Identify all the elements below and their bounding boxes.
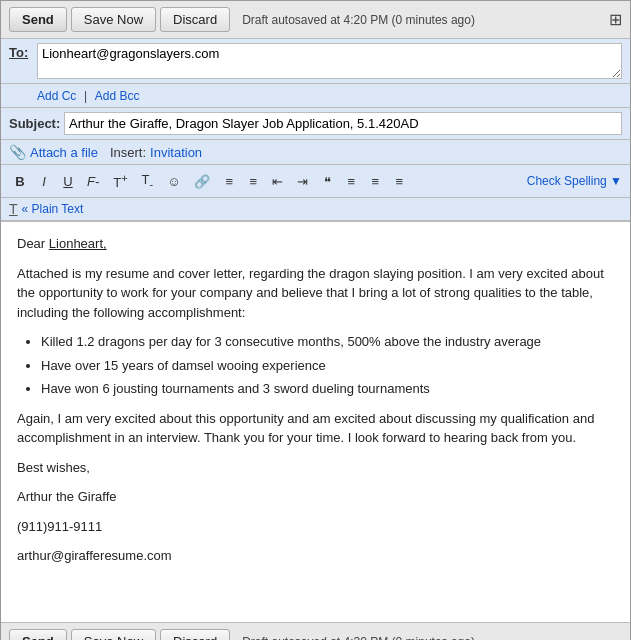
subject-input[interactable] [64, 112, 622, 135]
paperclip-icon: 📎 [9, 144, 26, 160]
cc-bcc-row: Add Cc | Add Bcc [1, 84, 630, 108]
list-item: Have over 15 years of damsel wooing expe… [41, 356, 614, 376]
ordered-list-button[interactable]: ≡ [218, 171, 240, 192]
attach-row: 📎 Attach a file Insert: Invitation [1, 140, 630, 165]
spell-check-label: Check Spelling [527, 174, 607, 188]
underline-button[interactable]: U [57, 171, 79, 192]
attach-file-link[interactable]: Attach a file [30, 145, 98, 160]
cc-divider: | [84, 89, 87, 103]
email-para2: Again, I am very excited about this oppo… [17, 409, 614, 448]
spell-check-arrow-icon: ▼ [610, 174, 622, 188]
email-address: arthur@girafferesume.com [17, 546, 614, 566]
expand-icon[interactable]: ⊞ [609, 10, 622, 29]
add-bcc-link[interactable]: Add Bcc [95, 89, 140, 103]
font-button[interactable]: F- [81, 171, 105, 192]
discard-button-bottom[interactable]: Discard [160, 629, 230, 640]
send-button-top[interactable]: Send [9, 7, 67, 32]
email-bullet-list: Killed 1.2 dragons per day for 3 consecu… [41, 332, 614, 399]
list-item: Killed 1.2 dragons per day for 3 consecu… [41, 332, 614, 352]
add-cc-link[interactable]: Add Cc [37, 89, 76, 103]
to-label: To: [9, 43, 37, 60]
spell-check-button[interactable]: Check Spelling ▼ [527, 174, 622, 188]
send-button-bottom[interactable]: Send [9, 629, 67, 640]
email-body[interactable]: Dear Lionheart, Attached is my resume an… [1, 222, 630, 622]
email-closing: Best wishes, [17, 458, 614, 478]
to-input[interactable] [37, 43, 622, 79]
discard-button-top[interactable]: Discard [160, 7, 230, 32]
autosave-status-bottom: Draft autosaved at 4:20 PM (0 minutes ag… [242, 635, 475, 640]
plain-text-icon: T [9, 201, 18, 217]
subject-row: Subject: [1, 108, 630, 140]
email-para1: Attached is my resume and cover letter, … [17, 264, 614, 323]
insert-label: Insert: [110, 145, 146, 160]
emoji-button[interactable]: ☺ [161, 171, 186, 192]
text-size-up-button[interactable]: T+ [107, 169, 133, 193]
list-item: Have won 6 jousting tournaments and 3 sw… [41, 379, 614, 399]
indent-left-button[interactable]: ⇤ [266, 171, 289, 192]
link-button[interactable]: 🔗 [188, 171, 216, 192]
subject-label: Subject: [9, 116, 64, 131]
to-row: To: [1, 39, 630, 84]
invitation-link[interactable]: Invitation [150, 145, 202, 160]
indent-right-button[interactable]: ⇥ [291, 171, 314, 192]
autosave-status: Draft autosaved at 4:20 PM (0 minutes ag… [242, 13, 475, 27]
save-now-button-bottom[interactable]: Save Now [71, 629, 156, 640]
email-greeting: Dear Lionheart, [17, 234, 614, 254]
top-toolbar: Send Save Now Discard Draft autosaved at… [1, 1, 630, 39]
align-center-button[interactable]: ≡ [364, 171, 386, 192]
bottom-toolbar: Send Save Now Discard Draft autosaved at… [1, 622, 630, 640]
email-name: Arthur the Giraffe [17, 487, 614, 507]
quote-button[interactable]: ❝ [316, 171, 338, 192]
plain-text-link[interactable]: « Plain Text [22, 202, 84, 216]
italic-button[interactable]: I [33, 171, 55, 192]
align-left-button[interactable]: ≡ [340, 171, 362, 192]
text-size-down-button[interactable]: T- [136, 169, 160, 193]
email-phone: (911)911-9111 [17, 517, 614, 537]
save-now-button-top[interactable]: Save Now [71, 7, 156, 32]
format-toolbar: B I U F- T+ T- ☺ 🔗 ≡ ≡ ⇤ ⇥ ❝ ≡ ≡ ≡ Check… [1, 165, 630, 198]
plain-text-row: T « Plain Text [1, 198, 630, 222]
bold-button[interactable]: B [9, 171, 31, 192]
unordered-list-button[interactable]: ≡ [242, 171, 264, 192]
align-right-button[interactable]: ≡ [388, 171, 410, 192]
